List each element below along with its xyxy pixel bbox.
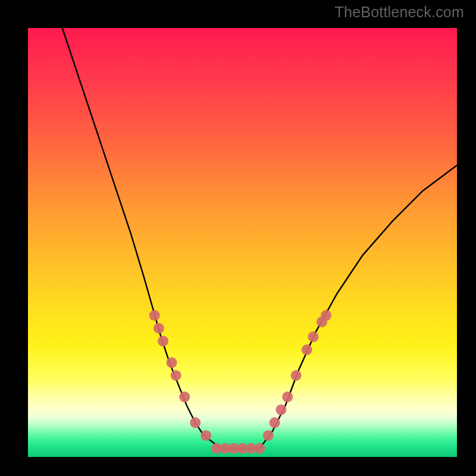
data-point (179, 392, 190, 402)
data-point (167, 357, 177, 368)
data-point (263, 430, 274, 441)
chart-svg (28, 28, 457, 457)
data-point (291, 370, 302, 381)
plot-area (28, 28, 457, 457)
data-point (171, 370, 181, 381)
data-point (190, 417, 201, 428)
bottleneck-curve (62, 28, 457, 449)
curve-group (62, 28, 457, 449)
watermark-text: TheBottleneck.com (335, 4, 464, 21)
data-point (154, 323, 164, 334)
data-point (308, 331, 319, 342)
data-point (270, 417, 280, 428)
data-point (158, 336, 168, 346)
data-point (149, 310, 160, 321)
data-point (201, 430, 211, 441)
data-point (302, 345, 312, 355)
outer-frame: TheBottleneck.com (0, 0, 476, 476)
data-point (321, 310, 331, 321)
data-point (254, 443, 265, 454)
data-point (275, 405, 286, 415)
data-point (282, 392, 293, 402)
